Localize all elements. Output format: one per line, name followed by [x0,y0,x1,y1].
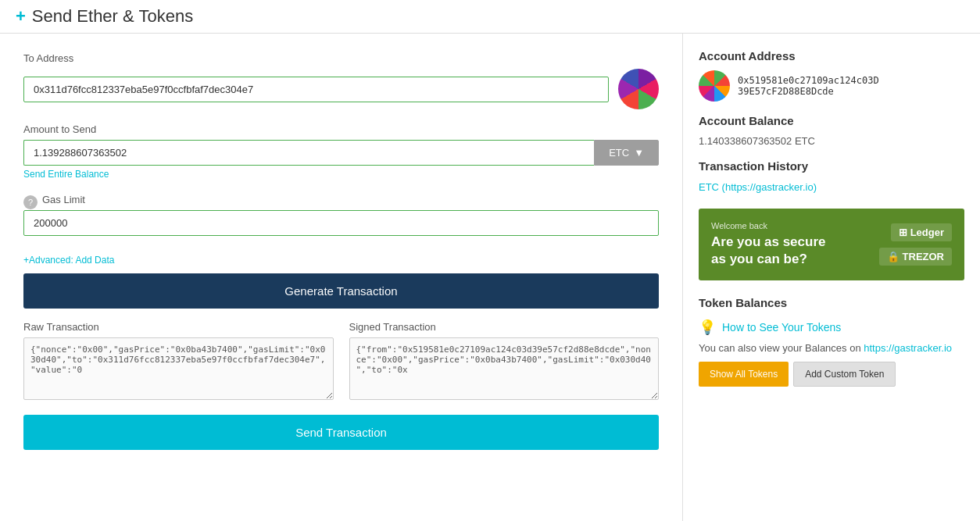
gas-limit-group: ? Gas Limit [23,194,659,236]
bulb-icon: 💡 [699,319,716,336]
promo-logos: ⊞ Ledger 🔒 TREZOR [879,223,952,266]
account-balance-value: 1.140338607363502 ETC [699,135,964,147]
account-hash-line1: 0x519581e0c27109ac124c03D [738,75,879,86]
send-transaction-button[interactable]: Send Transaction [23,415,659,450]
promo-welcome: Welcome back [711,221,825,230]
gas-limit-label: Gas Limit [42,194,85,205]
send-entire-balance-link[interactable]: Send Entire Balance [23,169,109,180]
promo-headline-line1: Are you as secure [711,234,825,249]
signed-tx-label: Signed Transaction [349,321,660,333]
trezor-label: TREZOR [903,251,944,262]
promo-headline: Are you as secure as you can be? [711,234,825,268]
ledger-logo: ⊞ Ledger [891,223,952,241]
view-balances-text: You can also view your Balances on https… [699,342,964,354]
transaction-row: Raw Transaction {"nonce":"0x00","gasPric… [23,321,659,402]
page-wrapper: + Send Ether & Tokens To Address Amount … [0,0,980,521]
token-buttons-row: Show All Tokens Add Custom Token [699,362,964,387]
how-to-see-link[interactable]: How to See Your Tokens [722,321,841,334]
account-balance-title: Account Balance [699,114,964,127]
generate-transaction-button[interactable]: Generate Transaction [23,273,659,309]
account-avatar [699,70,730,102]
show-all-tokens-button[interactable]: Show All Tokens [699,362,789,387]
amount-input[interactable] [23,140,594,166]
promo-headline-line2: as you can be? [711,252,807,266]
help-icon[interactable]: ? [23,195,38,209]
raw-transaction-box: Raw Transaction {"nonce":"0x00","gasPric… [23,321,334,402]
tx-history-section: Transaction History ETC (https://gastrac… [699,159,964,193]
currency-label: ETC [609,147,629,159]
account-balance-section: Account Balance 1.140338607363502 ETC [699,114,964,147]
account-hash-line2: 39E57cF2D88E8Dcde [738,86,834,97]
raw-tx-textarea[interactable]: {"nonce":"0x00","gasPrice":"0x0ba43b7400… [23,337,334,400]
raw-tx-wrapper: {"nonce":"0x00","gasPrice":"0x0ba43b7400… [23,337,334,402]
account-address-section: Account Address 0x519581e0c27109ac124c03… [699,49,964,102]
main-content: To Address Amount to Send ETC ▼ Send Ent… [0,34,980,521]
page-header: + Send Ether & Tokens [0,0,980,34]
ledger-icon: ⊞ [899,227,907,238]
token-balances-section: Token Balances 💡 How to See Your Tokens … [699,296,964,387]
dropdown-arrow-icon: ▼ [634,147,644,159]
trezor-icon: 🔒 [887,251,900,262]
gastracker-link[interactable]: https://gastracker.io [864,342,952,354]
gas-label-row: ? Gas Limit [23,194,659,210]
signed-transaction-box: Signed Transaction {"from":"0x519581e0c2… [349,321,660,402]
gas-limit-input[interactable] [23,210,659,236]
signed-tx-textarea[interactable]: {"from":"0x519581e0c27109ac124c03d39e57c… [349,337,660,400]
address-row [23,69,659,109]
address-avatar [618,69,659,109]
account-hash: 0x519581e0c27109ac124c03D 39E57cF2D88E8D… [738,75,879,97]
plus-icon: + [16,6,26,27]
account-address-title: Account Address [699,49,964,62]
amount-group: Amount to Send ETC ▼ Send Entire Balance [23,123,659,180]
tx-history-title: Transaction History [699,159,964,173]
promo-banner: Welcome back Are you as secure as you ca… [699,209,964,280]
trezor-logo: 🔒 TREZOR [879,248,952,266]
right-panel: Account Address 0x519581e0c27109ac124c03… [683,34,980,521]
to-address-group: To Address [23,52,659,109]
account-address-row: 0x519581e0c27109ac124c03D 39E57cF2D88E8D… [699,70,964,102]
to-address-label: To Address [23,52,659,64]
how-to-see-row: 💡 How to See Your Tokens [699,319,964,336]
currency-button[interactable]: ETC ▼ [594,140,659,166]
to-address-input[interactable] [23,77,609,102]
left-panel: To Address Amount to Send ETC ▼ Send Ent… [0,34,683,521]
add-custom-token-button[interactable]: Add Custom Token [793,362,896,387]
amount-label: Amount to Send [23,123,659,135]
advanced-link[interactable]: +Advanced: Add Data [23,255,114,266]
raw-tx-label: Raw Transaction [23,321,334,333]
tx-history-link[interactable]: ETC (https://gastracker.io) [699,181,817,193]
page-title: Send Ether & Tokens [32,6,193,27]
token-balances-title: Token Balances [699,296,964,309]
amount-row: ETC ▼ [23,140,659,166]
signed-tx-wrapper: {"from":"0x519581e0c27109ac124c03d39e57c… [349,337,660,402]
promo-text-block: Welcome back Are you as secure as you ca… [711,221,825,268]
ledger-label: Ledger [910,227,944,238]
